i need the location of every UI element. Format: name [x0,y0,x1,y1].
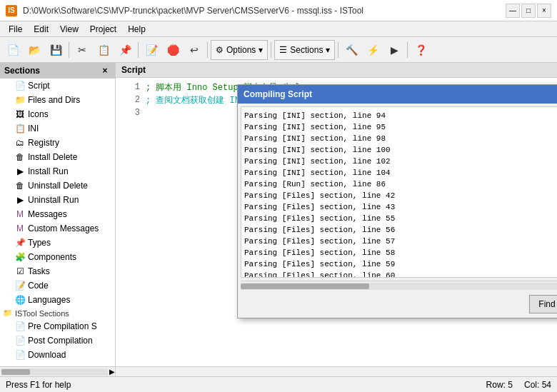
toolbar-script[interactable]: 📝 [141,40,161,60]
sidebar-scroll-right[interactable]: ▶ [109,368,115,376]
toolbar-sep1 [69,42,69,58]
toolbar-sections-arrow: ▾ [326,45,330,55]
components-icon: 🧩 [14,251,26,263]
toolbar-sections-icon: ☰ [279,45,287,55]
sidebar-item-components[interactable]: 🧩 Components [0,250,115,264]
toolbar-build[interactable]: ⚡ [363,40,383,60]
statusbar-position: Row: 5 Col: 54 [486,380,551,390]
window-title: D:\0Work\Software\CS\MVP-trunck\packet\M… [23,6,500,16]
log-line-2: Parsing [INI] section, line 98 [244,133,557,144]
sidebar-item-icons[interactable]: 🖼 Icons [0,107,115,121]
toolbar-copy[interactable]: 📋 [94,40,114,60]
log-line-5: Parsing [INI] section, line 104 [244,167,557,179]
menu-project[interactable]: Project [84,23,122,36]
toolbar-new[interactable]: 📄 [3,40,23,60]
sidebar-item-install-run[interactable]: ▶ Install Run [0,164,115,179]
toolbar-compile[interactable]: 🔨 [341,40,361,60]
sidebar-item-custom-messages[interactable]: M Custom Messages [0,221,115,236]
toolbar-stop[interactable]: 🛑 [163,40,183,60]
modal-title: Compiling Script [244,89,312,99]
toolbar-paste[interactable]: 📌 [115,40,135,60]
sidebar-item-code[interactable]: 📝 Code [0,278,115,293]
toolbar-revert[interactable]: ↩ [184,40,204,60]
close-button[interactable]: × [537,4,551,18]
toolbar-options-btn[interactable]: ⚙ Options ▾ [211,40,268,60]
pre-compilation-icon: 📄 [14,321,26,332]
toolbar-sep5 [338,42,338,58]
sidebar-item-registry-label: Registry [28,138,59,148]
sidebar-item-tasks[interactable]: ☑ Tasks [0,264,115,278]
sidebar-close-btn[interactable]: × [99,65,111,76]
sidebar-item-types-label: Types [28,238,51,248]
sidebar-item-script-label: Script [28,81,50,91]
toolbar-sections-btn[interactable]: ☰ Sections ▾ [274,40,335,60]
sidebar-tree: 📄 Script 📁 Files and Dirs 🖼 Icons 📋 INI … [0,79,115,366]
sidebar-item-messages[interactable]: M Messages [0,207,115,221]
script-icon: 📄 [14,80,26,91]
sidebar-item-download-label: Download [28,350,66,360]
menu-view[interactable]: View [54,23,84,36]
menu-file[interactable]: File [3,23,28,36]
ini-icon: 📋 [14,123,26,134]
uninstall-run-icon: ▶ [14,194,26,206]
log-line-3: Parsing [INI] section, line 100 [244,144,557,156]
sidebar-item-ini[interactable]: 📋 INI [0,121,115,136]
sidebar-item-pre-compilation-label: Pre Compilation S [28,321,97,331]
statusbar-row: Row: 5 [486,380,513,390]
sidebar-item-languages-label: Languages [28,295,70,305]
icons-icon: 🖼 [14,109,26,120]
toolbar-sep3 [207,42,208,58]
sidebar-item-registry[interactable]: 🗂 Registry [0,136,115,150]
sidebar-item-download[interactable]: 📄 Download [0,348,115,362]
download-icon: 📄 [14,349,26,361]
sidebar-item-post-compilation-label: Post Compilation [28,336,93,346]
sidebar-item-uninstall-delete-label: Uninstall Delete [28,181,88,191]
sidebar-group-label: ISTool Sections [15,309,69,318]
folder-icon: 📁 [14,94,26,106]
toolbar-save[interactable]: 💾 [46,40,66,60]
window-controls: — □ × [506,4,551,18]
post-compilation-icon: 📄 [14,335,26,346]
toolbar-options-icon: ⚙ [216,45,224,55]
minimize-button[interactable]: — [506,4,520,18]
line-num-3: 3 [119,108,140,118]
app-icon-text: IS [8,6,14,14]
languages-icon: 🌐 [14,294,26,306]
find-error-button[interactable]: Find Error [529,295,557,313]
editor-scrollbar-x[interactable] [116,366,557,376]
editor-header: Script [116,63,557,78]
log-line-14: Parsing [Files] section, line 60 [244,270,557,278]
modal-scrollbar-x[interactable] [241,281,557,291]
sidebar-item-post-compilation[interactable]: 📄 Post Compilation [0,333,115,348]
modal-footer: Find Error Close [238,291,557,318]
sidebar-item-install-delete[interactable]: 🗑 Install Delete [0,150,115,164]
log-line-9: Parsing [Files] section, line 55 [244,213,557,224]
custom-messages-icon: M [14,223,26,234]
toolbar-help[interactable]: ❓ [411,40,431,60]
sidebar-scrollbar-x[interactable]: ▶ [0,366,115,376]
toolbar-open[interactable]: 📂 [24,40,44,60]
maximize-button[interactable]: □ [521,4,536,18]
sidebar-item-tasks-label: Tasks [28,266,50,276]
toolbar-run[interactable]: ▶ [384,40,404,60]
sidebar-item-files-dirs[interactable]: 📁 Files and Dirs [0,93,115,107]
sidebar-item-types[interactable]: 📌 Types [0,236,115,250]
menu-help[interactable]: Help [122,23,151,36]
sidebar-item-script[interactable]: 📄 Script [0,79,115,93]
sidebar-item-uninstall-run-label: Uninstall Run [28,195,79,205]
sidebar-group-istool[interactable]: 📁 ISTool Sections [0,307,115,319]
registry-icon: 🗂 [14,137,26,149]
modal-log-body[interactable]: Parsing [INI] section, line 94 Parsing [… [241,106,557,278]
sidebar-item-pre-compilation[interactable]: 📄 Pre Compilation S [0,319,115,333]
sidebar-item-install-delete-label: Install Delete [28,152,77,162]
sidebar-item-install-run-label: Install Run [28,166,69,176]
sidebar-scrollbar-track [1,368,108,376]
sidebar-item-uninstall-delete[interactable]: 🗑 Uninstall Delete [0,179,115,193]
sidebar-item-languages[interactable]: 🌐 Languages [0,293,115,307]
menu-edit[interactable]: Edit [28,23,54,36]
install-run-icon: ▶ [14,166,26,177]
sidebar-item-uninstall-run[interactable]: ▶ Uninstall Run [0,193,115,207]
app-icon: IS [6,5,17,16]
toolbar-cut[interactable]: ✂ [72,40,92,60]
modal-titlebar: Compiling Script × [238,85,557,104]
